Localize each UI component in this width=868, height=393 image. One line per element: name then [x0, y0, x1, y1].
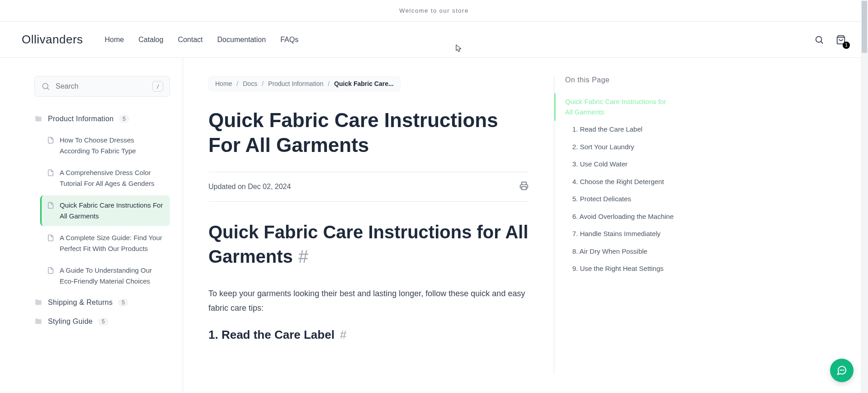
section-title: Shipping & Returns: [48, 298, 113, 307]
toc-item[interactable]: 7. Handle Stains Immediately: [565, 225, 675, 243]
printer-icon: [519, 181, 528, 190]
folder-icon: [34, 317, 42, 326]
document-icon: [47, 202, 54, 209]
svg-point-7: [842, 370, 842, 370]
sidebar-item-label: A Guide To Understanding Our Eco-Friendl…: [60, 265, 165, 287]
breadcrumb-separator: /: [262, 80, 264, 87]
page-title: Quick Fabric Care Instructions For All G…: [208, 108, 528, 157]
toc-item[interactable]: 1. Read the Care Label: [565, 121, 675, 138]
sidebar-section-shipping: Shipping & Returns 5: [34, 295, 170, 310]
section-count: 5: [119, 115, 129, 123]
sidebar-item[interactable]: How To Choose Dresses According To Fabri…: [42, 130, 170, 161]
section-header-product-info[interactable]: Product Information 5: [34, 111, 170, 127]
toc-item[interactable]: 6. Avoid Overloading the Machine: [565, 208, 675, 226]
scrollbar[interactable]: [861, 0, 868, 392]
section-count: 5: [98, 317, 108, 326]
sidebar-item[interactable]: A Guide To Understanding Our Eco-Friendl…: [42, 260, 170, 291]
breadcrumb-separator: /: [328, 80, 330, 87]
sidebar-section-product-info: Product Information 5 How To Choose Dres…: [34, 111, 170, 291]
folder-icon: [34, 115, 42, 123]
sidebar-item-label: Quick Fabric Care Instructions For All G…: [60, 200, 165, 222]
toc-item[interactable]: 5. Protect Delicates: [565, 190, 675, 208]
nav-documentation[interactable]: Documentation: [217, 36, 266, 44]
section-header-styling[interactable]: Styling Guide 5: [34, 314, 170, 329]
toc-item[interactable]: 2. Sort Your Laundry: [565, 138, 675, 156]
scrollbar-thumb[interactable]: [862, 1, 867, 53]
search-input[interactable]: [56, 82, 152, 90]
svg-line-1: [821, 41, 823, 43]
main-header: Ollivanders Home Catalog Contact Documen…: [0, 22, 868, 58]
svg-point-8: [844, 370, 844, 370]
breadcrumb-separator: /: [236, 80, 238, 87]
nav-faqs[interactable]: FAQs: [280, 36, 298, 44]
svg-point-6: [840, 370, 841, 370]
search-button[interactable]: [814, 34, 825, 45]
breadcrumbs: Home / Docs / Product Information / Quic…: [208, 76, 401, 91]
toc-title: On this Page: [565, 76, 675, 84]
sidebar-search[interactable]: /: [34, 76, 170, 97]
svg-line-4: [47, 88, 49, 90]
toc-item[interactable]: 3. Use Cold Water: [565, 156, 675, 173]
header-actions: 1: [814, 34, 846, 45]
section-header-shipping[interactable]: Shipping & Returns 5: [34, 295, 170, 310]
toc-item[interactable]: 9. Use the Right Heat Settings: [565, 260, 675, 278]
toc-item[interactable]: Quick Fabric Care Instructions for All G…: [554, 93, 675, 121]
document-icon: [47, 267, 54, 274]
section-title: Styling Guide: [48, 317, 93, 326]
sidebar-item[interactable]: A Comprehensive Dress Color Tutorial For…: [42, 163, 170, 194]
section-title: Product Information: [48, 115, 113, 123]
sidebar-item-label: A Complete Size Guide: Find Your Perfect…: [60, 232, 165, 254]
updated-date: Updated on Dec 02, 2024: [208, 183, 291, 191]
search-icon: [814, 35, 824, 45]
document-icon: [47, 234, 54, 241]
search-keyboard-shortcut: /: [152, 81, 163, 92]
print-button[interactable]: [519, 181, 528, 192]
folder-icon: [34, 298, 42, 307]
cart-button[interactable]: 1: [835, 34, 846, 45]
chat-button[interactable]: [830, 359, 854, 382]
toc-item[interactable]: 4. Choose the Right Detergent: [565, 173, 675, 191]
breadcrumb-current: Quick Fabric Care...: [334, 80, 394, 87]
sidebar-item-label: A Comprehensive Dress Color Tutorial For…: [60, 167, 165, 189]
article-meta: Updated on Dec 02, 2024: [208, 172, 528, 202]
table-of-contents: On this Page Quick Fabric Care Instructi…: [554, 76, 689, 374]
nav-catalog[interactable]: Catalog: [138, 36, 163, 44]
article-h3: 1. Read the Care Label#: [208, 328, 528, 342]
svg-point-3: [42, 83, 48, 89]
anchor-link[interactable]: #: [340, 328, 346, 341]
sidebar: / Product Information 5 How To Choose Dr…: [0, 58, 183, 392]
announcement-text: Welcome to our store: [399, 7, 468, 14]
cart-badge: 1: [843, 42, 850, 49]
nav-home[interactable]: Home: [105, 36, 124, 44]
sidebar-item[interactable]: A Complete Size Guide: Find Your Perfect…: [42, 228, 170, 259]
content-area: Home / Docs / Product Information / Quic…: [183, 58, 868, 392]
sidebar-item[interactable]: Quick Fabric Care Instructions For All G…: [40, 195, 170, 226]
announcement-bar: Welcome to our store: [0, 0, 868, 22]
article-intro: To keep your garments looking their best…: [208, 287, 528, 315]
sidebar-item-label: How To Choose Dresses According To Fabri…: [60, 135, 165, 156]
breadcrumb-docs[interactable]: Docs: [243, 80, 257, 87]
breadcrumb-home[interactable]: Home: [215, 80, 232, 87]
anchor-link[interactable]: #: [298, 246, 308, 266]
article: Home / Docs / Product Information / Quic…: [183, 76, 554, 374]
main-nav: Home Catalog Contact Documentation FAQs: [105, 36, 299, 44]
article-h2: Quick Fabric Care Instructions for All G…: [208, 220, 528, 269]
document-icon: [47, 169, 54, 176]
document-icon: [47, 137, 54, 144]
section-count: 5: [118, 298, 128, 307]
svg-point-0: [816, 36, 822, 42]
breadcrumb-product-info[interactable]: Product Information: [268, 80, 323, 87]
main-layout: / Product Information 5 How To Choose Dr…: [0, 58, 868, 392]
brand-logo[interactable]: Ollivanders: [22, 33, 83, 47]
nav-contact[interactable]: Contact: [178, 36, 203, 44]
chat-icon: [836, 365, 847, 376]
search-icon: [41, 82, 50, 91]
sidebar-section-styling: Styling Guide 5: [34, 314, 170, 329]
svg-rect-5: [522, 187, 526, 190]
toc-item[interactable]: 8. Air Dry When Possible: [565, 243, 675, 260]
